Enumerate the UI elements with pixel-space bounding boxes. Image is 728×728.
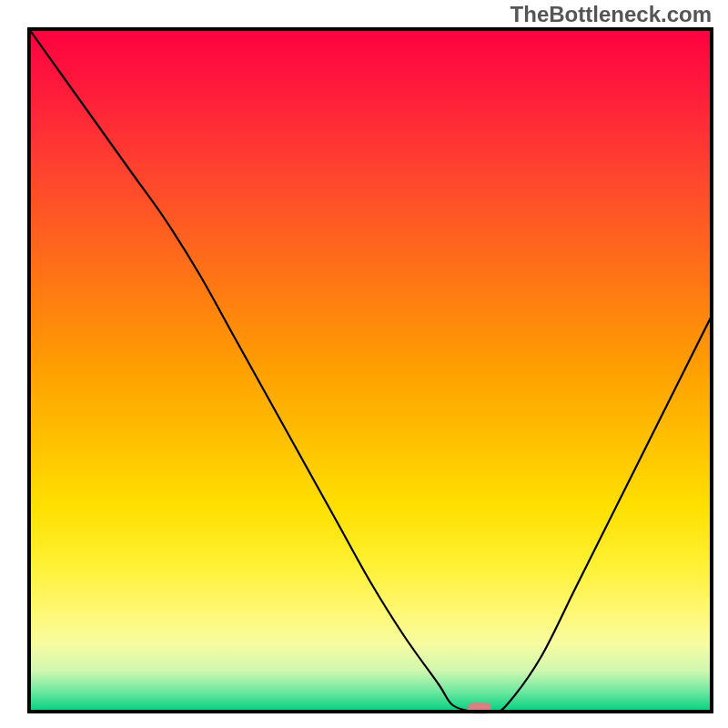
watermark-text: TheBottleneck.com (511, 2, 712, 27)
bottleneck-chart (0, 0, 728, 728)
chart-background-gradient (29, 29, 712, 712)
